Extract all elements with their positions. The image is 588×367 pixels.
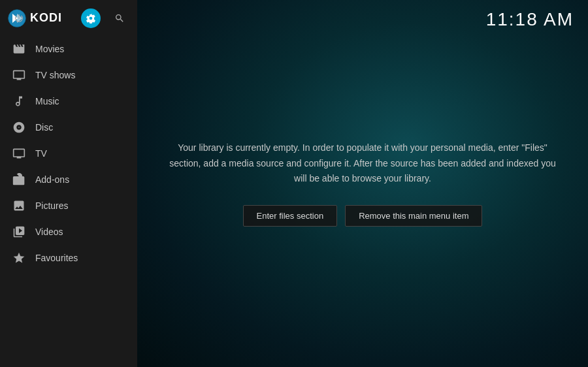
library-message: Your library is currently empty. In orde…	[163, 140, 562, 187]
action-buttons: Enter files section Remove this main men…	[243, 205, 483, 227]
videos-icon	[12, 225, 26, 239]
disc-label: Disc	[35, 122, 53, 133]
nav-menu: Movies TV shows Music Disc TV	[0, 36, 137, 271]
disc-icon	[12, 120, 26, 135]
search-icon[interactable]	[110, 8, 129, 28]
favourites-label: Favourites	[35, 253, 78, 263]
addons-icon	[12, 172, 26, 187]
settings-icon[interactable]	[81, 8, 101, 28]
sidebar-item-music[interactable]: Music	[0, 88, 137, 114]
top-bar: KODI	[0, 0, 137, 36]
movies-label: Movies	[35, 44, 64, 54]
sidebar: KODI Movies	[0, 0, 137, 367]
clock: 11:18 AM	[486, 9, 574, 30]
tv-shows-label: TV shows	[35, 70, 75, 80]
sidebar-item-videos[interactable]: Videos	[0, 219, 137, 245]
movies-icon	[12, 42, 26, 56]
sidebar-item-tv-shows[interactable]: TV shows	[0, 62, 137, 88]
tv-icon	[12, 146, 26, 161]
tv-label: TV	[35, 148, 47, 159]
remove-menu-item-button[interactable]: Remove this main menu item	[345, 205, 482, 227]
favourites-icon	[12, 251, 26, 265]
sidebar-item-tv[interactable]: TV	[0, 140, 137, 167]
pictures-icon	[12, 199, 26, 213]
tv-shows-icon	[12, 68, 26, 82]
sidebar-item-favourites[interactable]: Favourites	[0, 245, 137, 271]
music-label: Music	[35, 96, 59, 106]
sidebar-item-add-ons[interactable]: Add-ons	[0, 167, 137, 193]
add-ons-label: Add-ons	[35, 174, 69, 185]
power-icon[interactable]	[9, 8, 29, 28]
music-icon	[12, 94, 26, 108]
app-title: KODI	[30, 11, 62, 25]
enter-files-button[interactable]: Enter files section	[243, 205, 338, 227]
sidebar-item-movies[interactable]: Movies	[0, 36, 137, 62]
pictures-label: Pictures	[35, 200, 69, 211]
main-content: 11:18 AM Your library is currently empty…	[137, 0, 588, 367]
content-area: Your library is currently empty. In orde…	[137, 0, 588, 367]
sidebar-item-disc[interactable]: Disc	[0, 114, 137, 140]
videos-label: Videos	[35, 227, 63, 237]
sidebar-item-pictures[interactable]: Pictures	[0, 193, 137, 219]
